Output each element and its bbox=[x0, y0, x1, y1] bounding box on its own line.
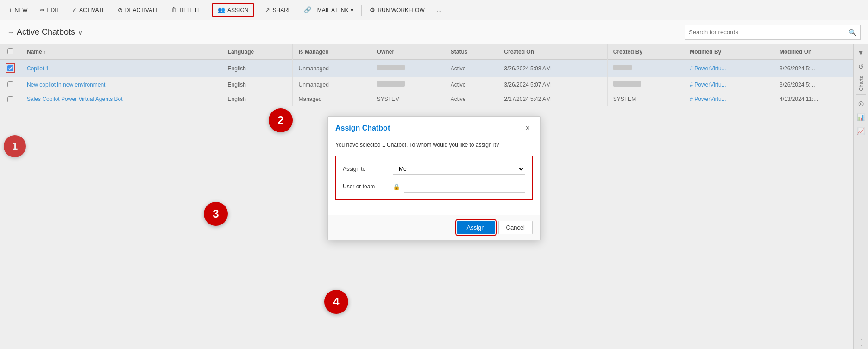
separator-2 bbox=[257, 5, 257, 16]
user-team-row: User or team 🔒 bbox=[343, 181, 525, 193]
new-button[interactable]: + NEW bbox=[4, 3, 33, 17]
view-chevron-icon[interactable]: ∨ bbox=[78, 29, 82, 36]
view-title-text: Active Chatbots bbox=[17, 27, 75, 37]
step-3-circle: 3 bbox=[204, 202, 228, 226]
search-input[interactable] bbox=[685, 29, 845, 36]
user-team-label: User or team bbox=[343, 183, 389, 190]
modal-form-box: Assign to Me User or team 🔒 bbox=[335, 156, 533, 200]
assign-to-select[interactable]: Me bbox=[393, 163, 525, 175]
cancel-button[interactable]: Cancel bbox=[498, 221, 533, 234]
step-2-circle: 2 bbox=[269, 108, 293, 132]
workflow-icon: ⚙ bbox=[370, 6, 375, 13]
modal-subtitle: You have selected 1 Chatbot. To whom wou… bbox=[335, 142, 533, 148]
email-icon: 🔗 bbox=[304, 6, 311, 13]
assign-to-row: Assign to Me bbox=[343, 163, 525, 175]
assign-confirm-button[interactable]: Assign bbox=[457, 221, 495, 234]
search-icon[interactable]: 🔍 bbox=[845, 29, 860, 36]
modal-footer: Assign Cancel bbox=[328, 215, 540, 240]
delete-icon: 🗑 bbox=[171, 6, 177, 13]
email-dropdown-arrow[interactable]: ▾ bbox=[351, 7, 353, 13]
modal-header: Assign Chatbot × bbox=[328, 117, 540, 138]
run-workflow-button[interactable]: ⚙ RUN WORKFLOW bbox=[365, 3, 429, 17]
edit-button[interactable]: ✏ EDIT bbox=[35, 3, 65, 17]
modal-title: Assign Chatbot bbox=[335, 124, 390, 132]
modal-body: You have selected 1 Chatbot. To whom wou… bbox=[328, 138, 540, 215]
step-4-circle: 4 bbox=[324, 290, 348, 314]
lock-icon: 🔒 bbox=[393, 183, 400, 190]
toolbar: + NEW ✏ EDIT ✓ ACTIVATE ⊘ DEACTIVATE 🗑 D… bbox=[0, 0, 868, 20]
separator-3 bbox=[361, 5, 362, 16]
modal-overlay: 2 Assign Chatbot × You have selected 1 C… bbox=[0, 44, 868, 349]
separator-1 bbox=[209, 5, 209, 16]
assign-icon: 👥 bbox=[218, 6, 225, 13]
activate-icon: ✓ bbox=[72, 6, 77, 13]
activate-button[interactable]: ✓ ACTIVATE bbox=[67, 3, 111, 17]
user-team-input[interactable] bbox=[404, 181, 525, 193]
search-box[interactable]: 🔍 bbox=[685, 25, 861, 40]
more-button[interactable]: ... bbox=[432, 4, 447, 17]
assign-button[interactable]: 👥 ASSIGN bbox=[212, 3, 254, 17]
assign-chatbot-modal: Assign Chatbot × You have selected 1 Cha… bbox=[327, 116, 541, 240]
new-icon: + bbox=[9, 6, 13, 13]
delete-button[interactable]: 🗑 DELETE bbox=[166, 3, 206, 17]
share-icon: ↗ bbox=[265, 6, 270, 13]
modal-close-button[interactable]: × bbox=[523, 123, 533, 133]
deactivate-icon: ⊘ bbox=[118, 6, 123, 13]
deactivate-button[interactable]: ⊘ DEACTIVATE bbox=[113, 3, 164, 17]
edit-icon: ✏ bbox=[40, 6, 45, 13]
assign-to-label: Assign to bbox=[343, 166, 389, 172]
share-button[interactable]: ↗ SHARE bbox=[260, 3, 296, 17]
view-header: → Active Chatbots ∨ 🔍 bbox=[0, 20, 868, 44]
email-link-button[interactable]: 🔗 EMAIL A LINK ▾ bbox=[299, 3, 359, 17]
table-area: Name ↑ Language Is Managed Owner Status … bbox=[0, 44, 868, 349]
view-arrow-icon: → bbox=[7, 29, 14, 36]
view-title-area: → Active Chatbots ∨ bbox=[7, 27, 82, 37]
